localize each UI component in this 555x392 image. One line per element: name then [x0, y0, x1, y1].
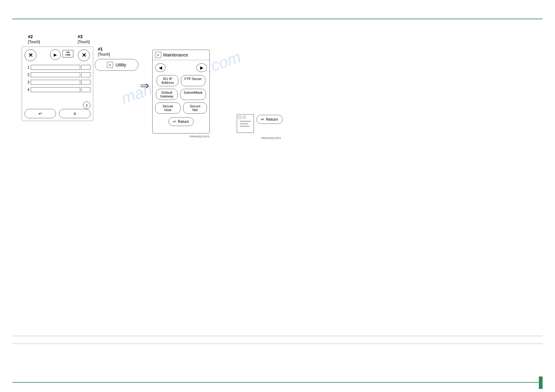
secure-host-button[interactable]: Secure Host	[155, 102, 181, 114]
small-circle-1	[238, 116, 241, 119]
touch-label-3: [Touch]	[78, 40, 90, 44]
row-bar-3a	[31, 80, 80, 85]
small-panel-right	[237, 114, 254, 133]
panel-row-3: 3	[25, 80, 90, 85]
default-gateway-button[interactable]: Default Gateway	[156, 89, 178, 100]
maintenance-return-button[interactable]: ↵ Return	[168, 117, 194, 126]
online-text-1: ON	[66, 51, 70, 54]
right-return-arrow: ↵	[261, 117, 264, 122]
row-bar-2a	[31, 72, 80, 77]
touch-label-1: [Touch]	[98, 52, 110, 56]
row-num-2: 2	[25, 73, 30, 77]
small-lines	[239, 121, 252, 128]
label-1: #1	[98, 47, 103, 52]
maintenance-return-label: Return	[178, 119, 189, 124]
nav-left-button[interactable]: ◀	[155, 63, 166, 72]
subnet-mask-button[interactable]: SubnetMask	[180, 89, 206, 100]
panel-return-icon: ↵	[39, 111, 42, 116]
separator-line-2	[12, 344, 543, 344]
main-content: #2 #3 [Touch] [Touch] ✕ ✕ ▶ ON LINE 1	[12, 31, 543, 330]
row-bar-1a	[31, 65, 80, 70]
nav-row: ◀ ▶	[155, 63, 207, 72]
maintenance-header-icon: ≡	[155, 52, 161, 58]
x-button-left[interactable]: ✕	[25, 49, 36, 61]
maintenance-title: Maintenance	[163, 52, 188, 57]
panel-return-button[interactable]: ↵	[25, 109, 56, 118]
file-caption-2: FR#H4302.EPS	[261, 137, 281, 140]
online-badge: ON LINE	[62, 50, 73, 57]
row-num-3: 3	[25, 80, 30, 84]
small-circle-2	[243, 116, 246, 119]
maintenance-body: ◀ ▶ RU IP Address FTP Server Default Gat…	[153, 60, 209, 129]
panel-menu-icon: ≡	[73, 111, 76, 116]
bottom-border-line	[12, 382, 543, 383]
top-border-line	[12, 19, 543, 19]
utility-button[interactable]: ≡ Utility	[95, 59, 138, 71]
maintenance-return-arrow: ↵	[173, 119, 176, 124]
panel-row-1: 1	[25, 65, 90, 70]
small-panel-inner	[237, 115, 254, 133]
label-2: #2	[28, 34, 33, 39]
btn-row-3: Secure Host Secure Net	[155, 102, 207, 114]
btn-row-1: RU IP Address FTP Server	[155, 75, 207, 86]
bottom-right-accent	[539, 376, 543, 389]
right-return-button[interactable]: ↵ Return	[256, 115, 283, 124]
separator-line-1	[12, 336, 543, 336]
maintenance-header: ≡ Maintenance	[153, 50, 209, 60]
online-text-2: LINE	[66, 54, 71, 56]
row-num-4: 4	[25, 88, 30, 92]
panel-rows: 1 2 3 4	[25, 65, 90, 95]
play-button[interactable]: ▶	[50, 49, 61, 60]
ru-ip-button[interactable]: RU IP Address	[157, 75, 178, 86]
play-icon: ▶	[54, 52, 57, 57]
row-bar-2b	[81, 72, 90, 77]
nav-right-button[interactable]: ▶	[196, 63, 207, 72]
btn-row-2: Default Gateway SubnetMask	[155, 89, 207, 100]
row-num-1: 1	[25, 65, 30, 70]
flow-arrow: ⇒	[140, 79, 149, 92]
panel-left: ✕ ✕ ▶ ON LINE 1 2 3	[22, 47, 93, 121]
row-bar-4a	[31, 87, 80, 92]
right-return-label: Return	[266, 117, 278, 122]
panel-row-2: 2	[25, 72, 90, 77]
small-line-1	[240, 121, 250, 122]
secure-net-button[interactable]: Secure Net	[183, 102, 207, 114]
x-icon-left: ✕	[28, 52, 33, 59]
panel-bottom-buttons: ↵ ≡	[25, 109, 90, 118]
ftp-server-button[interactable]: FTP Server	[181, 75, 205, 86]
panel-row-4: 4	[25, 87, 90, 92]
maintenance-panel: ≡ Maintenance ◀ ▶ RU IP Address FTP Serv…	[152, 50, 210, 133]
small-circle-row	[238, 116, 246, 119]
small-line-2	[240, 123, 248, 124]
row-bar-3b	[81, 80, 90, 85]
file-caption-1: FR#H4320.EPS	[190, 135, 209, 138]
x-button-right[interactable]: ✕	[78, 49, 90, 61]
nav-right-icon: ▶	[200, 65, 204, 70]
utility-label: Utility	[116, 62, 126, 67]
x-icon-right: ✕	[82, 52, 86, 59]
row-bar-4b	[81, 87, 90, 92]
small-line-3	[240, 126, 249, 127]
utility-icon: ≡	[107, 62, 113, 68]
panel-menu-button[interactable]: ≡	[59, 109, 90, 118]
touch-label-2: [Touch]	[28, 40, 40, 44]
info-icon[interactable]: i	[83, 101, 90, 109]
row-bar-1b	[81, 65, 90, 70]
nav-left-icon: ◀	[159, 65, 162, 70]
label-3: #3	[78, 34, 83, 39]
